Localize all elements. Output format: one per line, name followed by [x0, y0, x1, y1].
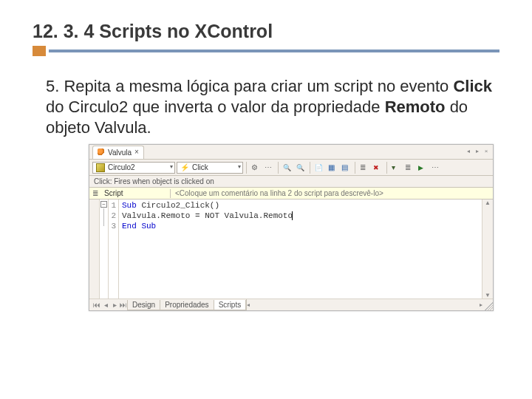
scroll-left-icon[interactable]: ◂	[247, 301, 250, 308]
tabstrip-prev-icon[interactable]: ◂	[101, 301, 110, 309]
marker-gutter	[89, 200, 100, 310]
tabbar-next-button[interactable]: ▸	[474, 147, 481, 154]
cube-icon	[96, 163, 105, 172]
fold-minus-icon[interactable]: −	[100, 201, 107, 208]
scroll-up-icon[interactable]: ▲	[485, 200, 491, 206]
event-selector-combo[interactable]: Click	[177, 162, 243, 174]
tab-scripts[interactable]: Scripts	[214, 300, 247, 310]
scroll-icon	[92, 189, 101, 198]
vertical-scrollbar[interactable]: ▲ ▼	[482, 200, 493, 299]
object-selector-combo[interactable]: Circulo2	[92, 162, 175, 174]
code-text[interactable]: Sub Circulo2_Click() Valvula.Remoto = NO…	[119, 200, 493, 310]
toolbar-button-run[interactable]	[417, 162, 429, 174]
close-icon[interactable]: ×	[134, 149, 139, 156]
lightning-icon	[180, 163, 189, 172]
size-grip[interactable]	[482, 300, 493, 310]
horizontal-scrollbar[interactable]: ◂ ▸	[247, 299, 482, 310]
scroll-down-icon[interactable]: ▼	[485, 292, 491, 299]
fold-gutter[interactable]: −	[100, 200, 109, 310]
tabbar-close-button[interactable]: ×	[482, 147, 490, 154]
tab-design[interactable]: Design	[127, 300, 160, 310]
script-editor-window: Valvula × ◂ ▸ × Circulo2 Click	[89, 144, 494, 311]
document-tab-valvula[interactable]: Valvula ×	[92, 146, 144, 159]
page-title: 12. 3. 4 Scripts no XControl	[33, 21, 273, 42]
toolbar-button-filter[interactable]	[390, 162, 402, 174]
toolbar-button-find[interactable]	[282, 162, 293, 174]
toolbar-button-1[interactable]	[250, 162, 262, 174]
script-toolbar: Circulo2 Click	[89, 160, 493, 176]
code-area[interactable]: − 1 2 3 Sub Circulo2_Click() Valvula.Rem…	[89, 200, 493, 310]
event-description: Click: Fires when object is clicked on	[89, 176, 493, 188]
object-icon	[98, 149, 105, 156]
line-number-gutter: 1 2 3	[109, 200, 119, 310]
toolbar-button-replace[interactable]	[295, 162, 307, 174]
document-tab-label: Valvula	[108, 149, 132, 157]
toolbar-button-doc[interactable]	[313, 162, 325, 174]
document-tab-bar: Valvula × ◂ ▸ ×	[89, 145, 493, 160]
tabstrip-next-icon[interactable]: ▸	[110, 301, 119, 309]
heading-rule	[33, 45, 499, 57]
toolbar-button-2[interactable]	[263, 162, 275, 174]
toolbar-button-extra[interactable]	[430, 162, 442, 174]
comment-input[interactable]	[174, 188, 490, 198]
toolbar-button-misc[interactable]	[403, 162, 415, 174]
comment-row: Script	[89, 188, 493, 200]
tab-properties[interactable]: Propriedades	[160, 300, 214, 310]
toolbar-button-scroll[interactable]	[358, 162, 370, 174]
bottom-tab-strip: ⏮ ◂ ▸ ⏭ Design Propriedades Scripts	[89, 299, 246, 310]
toolbar-button-blocks[interactable]	[340, 162, 352, 174]
toolbar-button-delete[interactable]	[372, 162, 383, 174]
toolbar-button-block[interactable]	[327, 162, 338, 174]
instruction-text: 5. Repita a mesma lógica para criar um s…	[33, 76, 499, 138]
tabbar-prev-button[interactable]: ◂	[465, 147, 472, 154]
comment-label: Script	[104, 189, 123, 197]
tabstrip-first-icon[interactable]: ⏮	[92, 301, 101, 309]
